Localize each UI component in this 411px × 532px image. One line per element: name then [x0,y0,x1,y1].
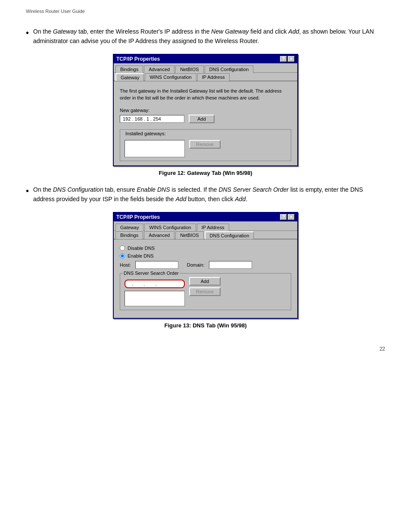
dialog1-new-gateway-label: New gateway: [120,108,291,113]
dialog1-titlebar: TCP/IP Properties ? × [114,55,297,63]
dialog2-dns-listbox[interactable] [125,291,185,306]
dialog2-disable-dns-row: Disable DNS [120,246,291,251]
dialog2-domain-label: Domain: [187,262,205,268]
dialog2-dns-search-label: DNS Server Search Order [123,271,180,276]
dialog2-title: TCP/IP Properties [116,214,160,220]
dialog2-disable-dns-radio[interactable] [120,246,125,251]
dialog2-enable-dns-label: Enable DNS [128,253,154,258]
dialog1-tab-advanced[interactable]: Advanced [144,65,174,73]
dialog2-tab-wins[interactable]: WINS Configuration [144,224,196,231]
dialog2-dns-search-group: DNS Server Search Order Add Remove [120,273,291,310]
dialog1-gateway-input-row: Add [120,115,291,123]
dialog2-titlebar: TCP/IP Properties ? × [114,213,297,221]
dialog2-tab-ip[interactable]: IP Address [197,224,229,231]
dialog1-installed-group: Installed gateways: Remove [120,129,291,161]
dialog1-installed-row: Remove [125,140,286,157]
dialog2-enable-dns-row: Enable DNS [120,253,291,258]
bullet-dot-1: • [26,27,29,39]
dialog1-tab-gateway[interactable]: Gateway [115,73,144,81]
bullet-item-1: • On the Gateway tab, enter the Wireless… [26,27,385,46]
dialog2-ip-and-list [125,277,185,306]
figure12-caption: Figure 12: Gateway Tab (Win 95/98) [159,170,252,176]
dialog1-gateway-input[interactable] [120,115,184,123]
figure-12-container: TCP/IP Properties ? × Bindings Advanced … [26,54,385,176]
bullet-text-2: On the DNS Configuration tab, ensure Ena… [33,185,385,204]
dialog2-dns-add-row: Add Remove [125,277,286,306]
dialog2-tab-dns-config[interactable]: DNS Configuration [205,231,254,239]
page-header: Wireless Router User Guide [26,9,385,14]
dialog2-host-label: Host: [120,262,131,268]
dialog1-tab-netbios[interactable]: NetBIOS [175,65,203,73]
dialog2-domain-input[interactable] [209,261,252,269]
dialog1-add-btn[interactable]: Add [189,115,215,123]
dialog1-remove-btn[interactable]: Remove [189,140,221,149]
dialog2-dns-buttons: Add Remove [189,277,221,296]
tcpip-gateway-dialog: TCP/IP Properties ? × Bindings Advanced … [113,54,298,166]
bullet-text-1: On the Gateway tab, enter the Wireless R… [33,27,385,46]
dialog2-tab-gateway[interactable]: Gateway [115,224,143,231]
dialog1-tab-ip[interactable]: IP Address [197,73,230,81]
figure-13-container: TCP/IP Properties ? × Gateway WINS Confi… [26,212,385,329]
dialog1-listbox[interactable] [125,140,185,157]
page-number: 22 [26,346,385,352]
dialog2-tab-netbios[interactable]: NetBIOS [175,231,203,239]
dialog1-content: The first gateway in the Installed Gatew… [114,81,297,165]
dialog1-tabs-row2: Gateway WINS Configuration IP Address [114,73,297,81]
dialog1-installed-label: Installed gateways: [125,131,167,136]
dialog1-tab-bindings[interactable]: Bindings [115,65,143,73]
dialog2-tabs-row1: Gateway WINS Configuration IP Address [114,221,297,231]
dialog1-info-text: The first gateway in the Installed Gatew… [120,87,291,102]
dialog1-title: TCP/IP Properties [116,56,160,62]
dialog1-tab-dns-config[interactable]: DNS Configuration [205,65,254,73]
dialog1-tabs-row1: Bindings Advanced NetBIOS DNS Configurat… [114,63,297,73]
bullet-item-2: • On the DNS Configuration tab, ensure E… [26,185,385,204]
dialog2-dns-ip-input[interactable] [125,280,185,288]
dialog2-host-input[interactable] [135,261,178,269]
dialog2-add-btn[interactable]: Add [189,277,221,286]
dialog2-host-domain-row: Host: Domain: [120,261,291,269]
dialog2-enable-dns-radio[interactable] [120,253,125,258]
dialog2-close-btn[interactable]: × [288,214,295,220]
dialog2-content: Disable DNS Enable DNS Host: Domain: DNS… [114,240,297,318]
tcpip-dns-dialog: TCP/IP Properties ? × Gateway WINS Confi… [113,212,298,319]
dialog2-title-buttons: ? × [280,214,295,220]
dialog2-tab-advanced[interactable]: Advanced [144,231,174,239]
dialog1-help-btn[interactable]: ? [280,56,287,62]
dialog1-title-buttons: ? × [280,56,295,62]
figure13-caption: Figure 13: DNS Tab (Win 95/98) [164,322,246,329]
dialog2-tabs-row2: Bindings Advanced NetBIOS DNS Configurat… [114,231,297,240]
dialog2-help-btn[interactable]: ? [280,214,287,220]
dialog2-disable-dns-label: Disable DNS [128,246,155,251]
dialog1-close-btn[interactable]: × [288,56,295,62]
bullet-dot-2: • [26,185,29,197]
dialog2-remove-btn[interactable]: Remove [189,287,221,296]
dialog1-tab-wins[interactable]: WINS Configuration [145,73,196,81]
dialog2-tab-bindings[interactable]: Bindings [115,231,143,239]
